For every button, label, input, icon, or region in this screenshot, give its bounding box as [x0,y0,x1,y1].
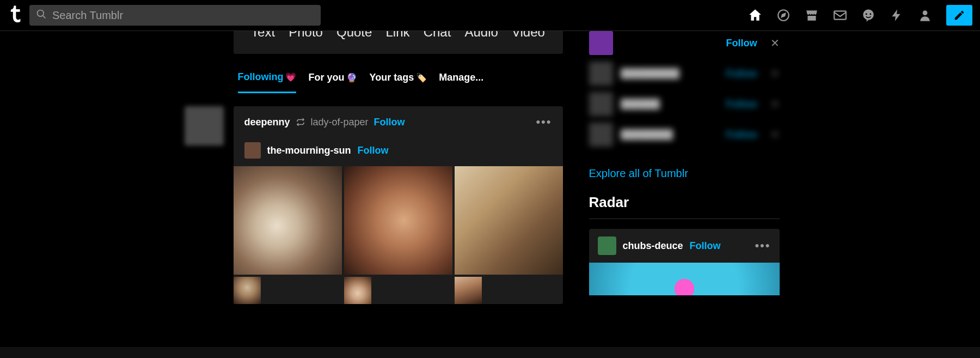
post-type-text[interactable]: Text [251,31,275,40]
svg-rect-4 [834,11,846,19]
reblog-icon [296,117,305,127]
post-type-link[interactable]: Link [386,31,410,40]
explore-all-link[interactable]: Explore all of Tumblr [589,167,780,180]
radar-heading: Radar [589,194,780,219]
dismiss-icon[interactable]: ✕ [770,67,780,80]
recommendation-row: Follow ✕ [589,28,780,58]
rec-username[interactable]: █████████ [621,68,719,79]
search-bar[interactable] [29,5,321,26]
post-image-grid [234,166,563,304]
post-image[interactable] [344,166,452,275]
follow-op-link[interactable]: Follow [357,145,388,156]
radar-follow-link[interactable]: Follow [690,240,721,252]
tab-for-you[interactable]: For you 🔮 [308,72,357,92]
rec-username[interactable]: ████████ [621,129,719,140]
activity-icon[interactable] [890,8,904,22]
rec-follow-link[interactable]: Follow [726,68,757,80]
reblogger-username[interactable]: deepenny [244,117,290,128]
radar-card: chubs-deuce Follow ••• [589,229,780,295]
heart-icon: 💗 [285,72,296,82]
tab-label: Following [238,71,284,83]
post-type-chat[interactable]: Chat [424,31,451,40]
recommendation-row: █████████ Follow ✕ [589,58,780,89]
post-type-photo[interactable]: Photo [289,31,323,40]
svg-point-6 [866,13,867,15]
tab-following[interactable]: Following 💗 [238,71,297,93]
rec-avatar[interactable] [589,31,613,55]
radar-header: chubs-deuce Follow ••• [589,229,780,263]
inbox-icon[interactable] [833,8,847,22]
post-options-icon[interactable]: ••• [536,115,552,129]
radar-image[interactable] [589,263,780,295]
svg-marker-3 [782,14,786,17]
compose-button[interactable] [946,5,972,26]
center-column: Text Photo Quote Link Chat Audio Video F… [234,31,563,358]
svg-point-8 [923,10,928,15]
tab-label: Manage... [439,72,483,83]
post-card: deepenny lady-of-paper Follow ••• the-mo… [234,106,563,304]
rec-avatar[interactable] [589,92,613,116]
svg-point-0 [38,10,44,17]
tab-manage[interactable]: Manage... [439,72,483,92]
top-nav [0,0,980,31]
explore-icon[interactable] [776,8,791,22]
post-image[interactable] [234,166,342,275]
rec-follow-link[interactable]: Follow [726,129,757,141]
svg-line-1 [43,16,46,19]
rec-username[interactable]: ██████ [621,99,719,110]
dismiss-icon[interactable]: ✕ [770,128,780,141]
op-username[interactable]: the-mourning-sun [267,145,351,156]
account-icon[interactable] [918,8,932,22]
post-image[interactable] [455,166,563,275]
home-icon[interactable] [748,8,762,22]
tab-label: Your tags [369,72,414,83]
tumblr-logo[interactable] [5,6,24,25]
crystal-ball-icon: 🔮 [346,72,357,83]
svg-point-5 [863,9,874,20]
radar-avatar[interactable] [598,236,616,255]
post-type-quote[interactable]: Quote [336,31,372,40]
post-image[interactable] [344,277,371,304]
rec-avatar[interactable] [589,62,613,86]
tag-icon: 🏷️ [416,72,427,83]
footer-bar [0,347,980,358]
follow-source-link[interactable]: Follow [374,117,405,128]
rec-follow-link[interactable]: Follow [726,99,757,110]
radar-username[interactable]: chubs-deuce [623,240,683,252]
post-type-video[interactable]: Video [512,31,545,40]
post-type-bar: Text Photo Quote Link Chat Audio Video [234,31,563,54]
post-subheader: the-mourning-sun Follow [234,138,563,166]
recommendation-row: ██████ Follow ✕ [589,89,780,119]
dismiss-icon[interactable]: ✕ [770,37,780,50]
store-icon[interactable] [805,8,819,22]
post-image[interactable] [234,277,261,304]
search-icon [36,9,47,22]
feed-tabs: Following 💗 For you 🔮 Your tags 🏷️ Manag… [234,71,563,93]
recommendation-row: ████████ Follow ✕ [589,119,780,150]
radar-options-icon[interactable]: ••• [755,239,770,253]
rec-avatar[interactable] [589,123,613,147]
right-column: Follow ✕ █████████ Follow ✕ ██████ Follo… [589,31,780,358]
post-header: deepenny lady-of-paper Follow ••• [234,106,563,138]
nav-icons [748,5,980,26]
source-username[interactable]: lady-of-paper [311,117,369,128]
op-avatar[interactable] [244,142,261,159]
post-type-audio[interactable]: Audio [464,31,498,40]
search-input[interactable] [52,9,314,22]
post-avatar[interactable] [185,106,224,145]
messaging-icon[interactable] [861,8,875,22]
post-image[interactable] [455,277,482,304]
rec-follow-link[interactable]: Follow [726,38,757,49]
dismiss-icon[interactable]: ✕ [770,98,780,111]
content-area: Text Photo Quote Link Chat Audio Video F… [0,31,980,358]
svg-point-7 [869,13,871,15]
tab-your-tags[interactable]: Your tags 🏷️ [369,72,427,92]
tab-label: For you [308,72,344,83]
